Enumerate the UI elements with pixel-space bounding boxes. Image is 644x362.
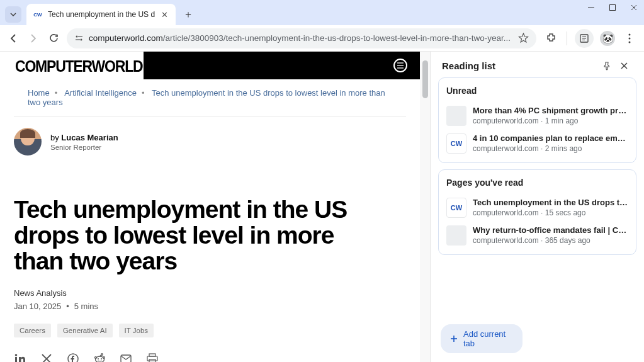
article-meta: News Analysis Jan 10, 2025•5 mins	[0, 282, 420, 317]
back-button[interactable]	[6, 31, 20, 45]
scrollbar[interactable]	[420, 52, 430, 362]
menu-icon[interactable]	[393, 59, 407, 72]
address-bar: computerworld.com/article/3800903/tech-u…	[0, 25, 644, 52]
svg-rect-1	[610, 5, 616, 11]
forward-button[interactable]	[26, 31, 40, 45]
add-current-tab-button[interactable]: Add current tab	[441, 324, 523, 353]
reading-list-section: UnreadMore than 4% PC shipment growth pr…	[438, 77, 636, 163]
breadcrumb-category[interactable]: Artificial Intelligence	[64, 88, 137, 98]
tab-title: Tech unemployment in the US d	[48, 10, 155, 19]
facebook-icon[interactable]	[67, 353, 79, 362]
reading-list-icon[interactable]	[575, 29, 594, 48]
author-avatar[interactable]	[14, 128, 42, 156]
article-headline: Tech unemployment in the US drops to low…	[0, 167, 390, 282]
svg-point-11	[629, 37, 631, 39]
maximize-button[interactable]	[609, 4, 619, 11]
window-controls	[587, 4, 640, 11]
email-icon[interactable]	[120, 353, 132, 362]
toolbar-separator	[567, 31, 567, 45]
item-thumbnail	[446, 106, 466, 126]
tag-list: Careers Generative AI IT Jobs	[0, 317, 420, 344]
add-button-label: Add current tab	[463, 329, 514, 348]
svg-point-2	[76, 36, 78, 38]
article-date: Jan 10, 2025	[14, 302, 61, 311]
item-meta: computerworld.com · 2 mins ago	[473, 144, 628, 153]
item-meta: computerworld.com · 15 secs ago	[473, 208, 628, 217]
section-title: Pages you've read	[446, 178, 628, 188]
chrome-menu-button[interactable]	[621, 30, 638, 47]
tab-search-button[interactable]	[5, 6, 21, 23]
svg-point-25	[101, 358, 102, 359]
item-title: Tech unemployment in the US drops to low…	[473, 198, 628, 207]
reading-list-panel: Reading list UnreadMore than 4% PC shipm…	[430, 52, 644, 362]
site-nav-bar	[144, 52, 420, 79]
author-name[interactable]: Lucas Mearian	[61, 133, 118, 142]
breadcrumb: Home• Artificial Intelligence• Tech unem…	[14, 79, 406, 116]
panel-title: Reading list	[442, 60, 597, 71]
svg-point-12	[629, 41, 631, 43]
bookmark-icon[interactable]	[518, 33, 529, 43]
url-text: computerworld.com/article/3800903/tech-u…	[89, 33, 513, 43]
site-logo[interactable]: COMPUTERWORLD	[15, 57, 132, 76]
print-icon[interactable]	[146, 353, 159, 362]
reload-button[interactable]	[47, 31, 60, 45]
svg-rect-28	[147, 356, 157, 361]
svg-rect-26	[121, 355, 131, 362]
article-type: News Analysis	[14, 288, 406, 298]
svg-point-24	[98, 358, 99, 359]
new-tab-button[interactable]: ＋	[179, 6, 197, 23]
item-title: More than 4% PC shipment growth predicte…	[473, 106, 628, 115]
profile-button[interactable]: 🐼	[600, 31, 615, 46]
close-tab-button[interactable]: ✕	[160, 9, 169, 21]
byline: by Lucas Mearian Senior Reporter	[0, 116, 420, 167]
item-meta: computerworld.com · 1 min ago	[473, 116, 628, 125]
close-window-button[interactable]	[630, 4, 640, 11]
item-thumbnail: CW	[446, 133, 466, 154]
site-settings-icon[interactable]	[74, 33, 84, 43]
tag[interactable]: IT Jobs	[119, 324, 154, 337]
browser-tab-strip: CW Tech unemployment in the US d ✕ ＋	[0, 0, 644, 25]
svg-rect-16	[15, 357, 17, 362]
tag[interactable]: Careers	[14, 324, 51, 337]
reading-list-item[interactable]: More than 4% PC shipment growth predicte…	[446, 102, 628, 130]
reading-list-section: Pages you've readCWTech unemployment in …	[438, 169, 636, 255]
item-title: Why return-to-office mandates fail | Com…	[473, 225, 628, 235]
minimize-button[interactable]	[587, 4, 597, 11]
reddit-icon[interactable]	[93, 353, 106, 362]
x-twitter-icon[interactable]	[40, 353, 53, 362]
svg-point-4	[81, 39, 82, 41]
reading-list-item[interactable]: CWTech unemployment in the US drops to l…	[446, 194, 628, 222]
section-title: Unread	[446, 86, 628, 96]
page-content: COMPUTERWORLD Home• Artificial Intellige…	[0, 52, 430, 362]
svg-point-10	[629, 33, 631, 35]
plus-icon	[449, 334, 458, 343]
read-time: 5 mins	[74, 302, 98, 311]
author-role: Senior Reporter	[50, 144, 118, 151]
item-thumbnail: CW	[446, 198, 466, 218]
linkedin-icon[interactable]	[14, 353, 26, 362]
pin-icon[interactable]	[602, 62, 615, 71]
svg-point-17	[15, 354, 18, 356]
tag[interactable]: Generative AI	[57, 324, 113, 337]
tab-favicon: CW	[33, 9, 43, 20]
close-panel-icon[interactable]	[620, 62, 633, 70]
item-title: 4 in 10 companies plan to replace employ…	[473, 133, 628, 143]
item-thumbnail	[446, 225, 466, 246]
item-meta: computerworld.com · 365 days ago	[473, 236, 628, 245]
url-bar[interactable]: computerworld.com/article/3800903/tech-u…	[67, 28, 536, 48]
share-bar	[0, 344, 420, 362]
byline-prefix: by	[50, 133, 61, 142]
breadcrumb-home[interactable]: Home	[28, 88, 50, 98]
reading-list-item[interactable]: CW4 in 10 companies plan to replace empl…	[446, 130, 628, 157]
reading-list-item[interactable]: Why return-to-office mandates fail | Com…	[446, 222, 628, 249]
site-header: COMPUTERWORLD	[0, 52, 420, 79]
browser-tab[interactable]: CW Tech unemployment in the US d ✕	[26, 4, 176, 25]
extensions-icon[interactable]	[543, 30, 559, 47]
